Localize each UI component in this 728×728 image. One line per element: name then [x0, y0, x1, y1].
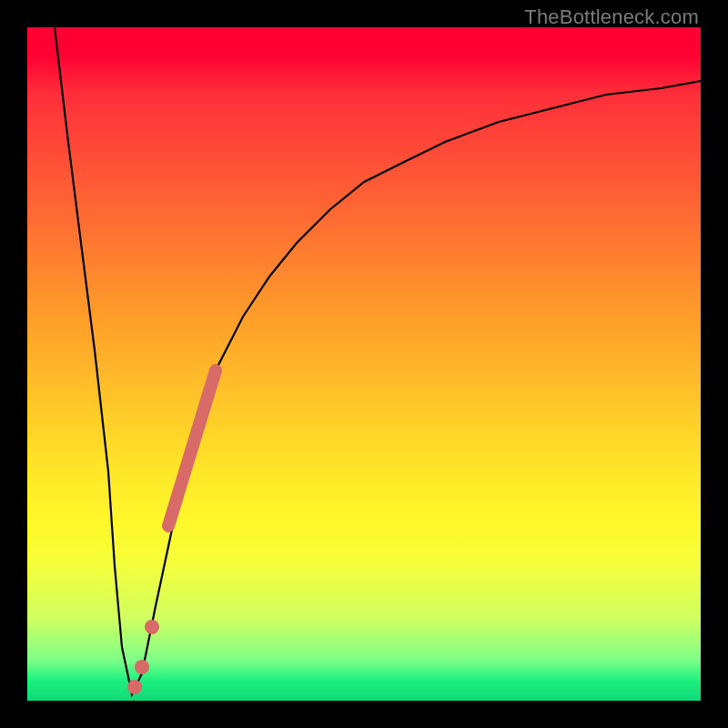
- highlight-segment: [168, 370, 216, 526]
- curve-overlay: [27, 27, 701, 701]
- bottleneck-curve: [55, 27, 701, 694]
- highlight-dot-2: [135, 660, 149, 674]
- highlight-dot-3: [127, 680, 142, 694]
- plot-area: [27, 27, 701, 701]
- chart-frame: TheBottleneck.com: [0, 0, 728, 728]
- highlight-dot-1: [145, 620, 159, 634]
- watermark-text: TheBottleneck.com: [524, 5, 699, 29]
